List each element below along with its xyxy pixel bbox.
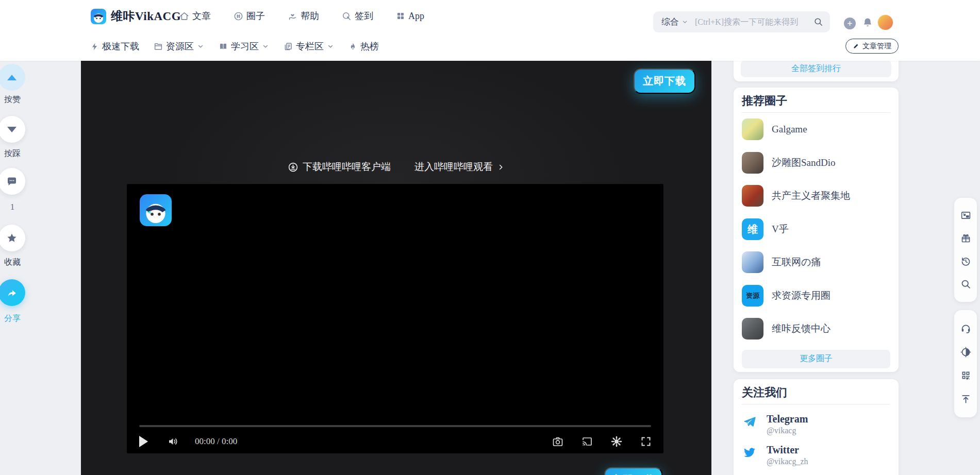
nav-articles[interactable]: 文章 [179,10,211,22]
nav-label: 帮助 [301,10,319,22]
play-button[interactable] [139,436,148,447]
bell-icon [861,16,874,29]
picture-in-picture-icon[interactable] [960,210,971,221]
more-circles-button[interactable]: 更多圈子 [742,350,890,368]
comments-button[interactable] [0,168,25,195]
download-now-button-bottom[interactable]: 立即下载 [604,467,662,475]
app-grid-icon [396,11,405,21]
search-category-dropdown[interactable]: 综合 [661,16,688,28]
nav-circles[interactable]: 圈子 [234,10,265,22]
circle-avatar-initial: 资源 [746,292,759,299]
circle-avatar: 维 [742,218,763,240]
circle-avatar-initial: 维 [748,224,758,234]
floating-toolbar-top [954,198,977,302]
share-arrow-icon [6,286,18,299]
zoom-search-icon[interactable] [960,279,971,290]
create-post-button[interactable] [844,18,856,29]
hand-heart-icon [288,11,297,21]
screenshot-camera-icon[interactable] [552,435,564,448]
video-player[interactable]: 00:00 / 0:00 [127,184,663,453]
support-headset-icon[interactable] [960,323,971,334]
nav-label: 文章 [192,10,211,22]
gift-icon[interactable] [960,233,971,244]
circle-name: V乎 [772,223,789,236]
downvote-button[interactable] [0,116,25,143]
floating-toolbar-bottom [954,310,977,417]
download-now-button[interactable]: 立即下载 [634,69,695,94]
circle-name: 共产主义者聚集地 [772,189,850,202]
brand[interactable]: 维咔VikACG [91,8,181,24]
nav-label: 热榜 [360,40,379,53]
fire-icon [348,42,357,51]
follow-item-telegram[interactable]: Telegram @vikacg [742,413,890,435]
circle-name: 沙雕图SandDio [772,156,836,169]
nav-label: 圈子 [246,10,265,22]
nav-app[interactable]: App [396,11,424,22]
volume-icon[interactable] [167,435,179,448]
circle-name: 互联网の痛 [772,256,821,269]
circle-item[interactable]: 共产主义者聚集地 [742,179,890,213]
theme-contrast-icon[interactable] [960,347,971,358]
player-watermark-logo [140,194,172,226]
article-manage-button[interactable]: 文章管理 [845,39,899,54]
download-bilibili-client-link[interactable]: 下载哔哩哔哩客户端 [288,160,391,174]
chevron-down-icon [197,43,204,50]
header: 维咔VikACG 文章 圈子 帮助 签到 App 极速下载 [0,0,980,61]
circle-item[interactable]: 沙雕图SandDio [742,146,890,180]
circle-avatar [742,152,763,174]
plus-icon [846,20,853,27]
history-icon[interactable] [960,256,971,267]
nav-fast-download[interactable]: 极速下载 [90,40,139,53]
settings-gear-icon[interactable] [610,435,623,448]
nav-label: 专栏区 [296,40,324,53]
nav-resources[interactable]: 资源区 [154,40,204,53]
favorite-button[interactable] [0,225,25,251]
player-controls: 00:00 / 0:00 [139,430,652,453]
circle-item[interactable]: Galgame [742,113,890,146]
search-icon[interactable] [813,17,823,27]
player-time: 00:00 / 0:00 [195,436,237,447]
upvote-label: 按赞 [0,94,26,105]
nav-label: 学习区 [231,40,259,53]
circle-item[interactable]: 互联网の痛 [742,246,890,279]
nav-checkin[interactable]: 签到 [342,10,373,22]
nav-label: 资源区 [166,40,194,53]
circle-item[interactable]: 维 V乎 [742,213,890,246]
search-input[interactable] [695,18,813,27]
comment-count: 1 [0,202,26,212]
circle-avatar [742,251,763,273]
nav-study[interactable]: 学习区 [219,40,269,53]
nav-hot-list[interactable]: 热榜 [348,40,379,53]
follow-item-twitter[interactable]: Twitter @vikacg_zh [742,444,890,466]
comment-bubble-icon [6,175,18,188]
player-progress-bar[interactable] [139,425,651,427]
follow-us-card: 关注我们 Telegram @vikacg Twitter @vikacg_zh… [734,379,899,475]
home-icon [179,11,189,21]
chevron-down-icon [682,19,688,25]
share-button[interactable] [0,279,25,306]
download-client-label: 下载哔哩哔哩客户端 [303,160,391,174]
user-avatar[interactable] [878,15,893,30]
back-to-top-icon[interactable] [960,394,971,404]
brand-name: 维咔VikACG [111,8,181,24]
qr-code-icon[interactable] [960,370,971,381]
video-links-row: 下载哔哩哔哩客户端 进入哔哩哔哩观看 [81,160,711,174]
nav-label: 极速下载 [102,40,139,53]
nav-help[interactable]: 帮助 [288,10,319,22]
nav-columns[interactable]: 专栏区 [284,40,334,53]
upvote-button[interactable] [0,64,25,91]
folder-icon [154,42,163,51]
circle-item[interactable]: 资源 求资源专用圈 [742,279,890,313]
notifications-button[interactable] [861,16,874,29]
signin-rank-button[interactable]: 全部签到排行 [741,60,891,77]
chevron-down-icon [262,43,269,50]
follow-handle: @vikacg [767,426,808,435]
circle-item[interactable]: 维咔反馈中心 [742,312,890,346]
watch-on-bilibili-link[interactable]: 进入哔哩哔哩观看 [414,160,505,174]
search-category-value: 综合 [661,16,679,28]
manage-button-label: 文章管理 [862,42,891,51]
circle-name: 维咔反馈中心 [772,322,830,335]
circles-card-title: 推荐圈子 [742,94,890,113]
fullscreen-icon[interactable] [640,435,652,448]
cast-icon[interactable] [581,435,593,448]
